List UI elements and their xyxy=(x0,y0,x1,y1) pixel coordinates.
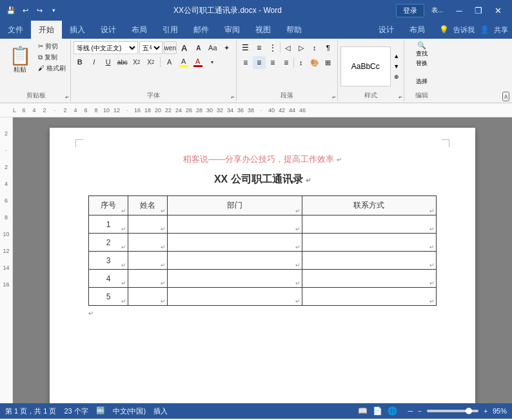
bullets-btn[interactable]: ☰ xyxy=(239,41,252,54)
lightbulb-icon[interactable]: 💡 xyxy=(437,21,451,39)
cell-3-3[interactable]: ↵ xyxy=(302,270,436,288)
close-btn[interactable]: ✕ xyxy=(489,1,507,19)
cell-3-0[interactable]: 4↵ xyxy=(89,270,128,288)
font-name-select[interactable]: 等线 (中文正文) xyxy=(74,41,138,54)
find-button[interactable]: 🔍 查找 xyxy=(407,41,437,59)
bold-button[interactable]: B xyxy=(74,55,86,68)
document-scroll[interactable]: 稻客说——分享办公技巧，提高工作效率 ↵ XX 公司职工通讯录 ↵ 序号 ↵ 姓… xyxy=(13,117,512,403)
cell-0-0[interactable]: 1↵ xyxy=(89,215,128,234)
tab-help[interactable]: 帮助 xyxy=(279,21,310,39)
format-painter-button[interactable]: 🖌 格式刷 xyxy=(36,63,68,74)
tab-table-design[interactable]: 设计 xyxy=(371,21,402,39)
minimize-btn[interactable]: ─ xyxy=(450,1,468,19)
cell-4-2[interactable]: ↵ xyxy=(168,288,302,306)
cell-4-1[interactable]: ↵ xyxy=(128,288,168,306)
tab-layout[interactable]: 布局 xyxy=(124,21,155,39)
styles-up-btn[interactable]: ▲ xyxy=(392,52,401,61)
restore-btn[interactable]: ❐ xyxy=(469,1,487,19)
shading-btn[interactable]: 🎨 xyxy=(308,56,321,69)
cell-2-0[interactable]: 3↵ xyxy=(89,252,128,270)
print-layout-btn[interactable]: 📄 xyxy=(373,406,382,415)
ribbon-toggle-btn[interactable]: 表... xyxy=(426,1,449,19)
cell-0-1[interactable]: ↵ xyxy=(128,215,168,234)
multilevel-list-btn[interactable]: ⋮ xyxy=(266,41,279,54)
styles-expand-icon[interactable]: ⌐ xyxy=(399,94,402,100)
cut-button[interactable]: ✂ 剪切 xyxy=(36,41,68,52)
cell-0-2[interactable]: ↵ xyxy=(168,215,302,234)
text-effects-btn[interactable]: A xyxy=(163,55,176,68)
clear-format-btn[interactable]: ✦ xyxy=(221,41,233,54)
zoom-in-btn[interactable]: + xyxy=(484,408,487,415)
undo-btn[interactable]: ↩ xyxy=(19,5,31,16)
copy-button[interactable]: ⧉ 复制 xyxy=(36,52,68,63)
font-color-btn[interactable]: A xyxy=(192,55,204,68)
tab-mailings[interactable]: 邮件 xyxy=(186,21,217,39)
tab-references[interactable]: 引用 xyxy=(155,21,186,39)
align-right-btn[interactable]: ≡ xyxy=(266,56,279,69)
cell-1-3[interactable]: ↵ xyxy=(302,234,436,252)
cell-4-3[interactable]: ↵ xyxy=(302,288,436,306)
title-bar: 💾 ↩ ↪ ▾ XX公司职工通讯录.docx - Word 登录 表... ─ … xyxy=(0,0,512,21)
save-quick-btn[interactable]: 💾 xyxy=(5,5,17,16)
change-case-btn[interactable]: Aa xyxy=(206,41,219,54)
font-color-dropdown[interactable]: ▾ xyxy=(206,55,219,68)
cell-2-2[interactable]: ↵ xyxy=(168,252,302,270)
web-layout-btn[interactable]: 🌐 xyxy=(388,406,397,415)
font-color-label: A xyxy=(193,57,202,67)
paste-button[interactable]: 📋 粘贴 xyxy=(5,41,35,80)
superscript-button[interactable]: X2 xyxy=(144,55,157,68)
cell-4-0[interactable]: 5↵ xyxy=(89,288,128,306)
cell-1-1[interactable]: ↵ xyxy=(128,234,168,252)
borders-btn[interactable]: ⊞ xyxy=(322,56,335,69)
numbering-btn[interactable]: ≡ xyxy=(253,41,266,54)
zoom-out-btn[interactable]: − xyxy=(418,408,422,415)
italic-button[interactable]: I xyxy=(88,55,101,68)
sort-btn[interactable]: ↕ xyxy=(308,41,321,54)
ribbon-collapse-btn[interactable]: ∧ xyxy=(502,92,509,101)
styles-expand-btn[interactable]: ⊕ xyxy=(392,72,401,81)
paragraph-expand-icon[interactable]: ⌐ xyxy=(333,94,336,100)
styles-down-btn[interactable]: ▼ xyxy=(392,62,401,71)
replace-button[interactable]: 替换 xyxy=(407,59,437,77)
show-marks-btn[interactable]: ¶ xyxy=(322,41,335,54)
font-expand-icon[interactable]: ⌐ xyxy=(231,94,235,100)
strikethrough-button[interactable]: abc xyxy=(116,55,129,68)
highlight-btn[interactable]: A xyxy=(177,55,190,68)
increase-indent-btn[interactable]: ▷ xyxy=(295,41,308,54)
styles-gallery[interactable]: AaBbCc xyxy=(340,46,391,86)
login-button[interactable]: 登录 xyxy=(396,4,424,17)
tab-review[interactable]: 审阅 xyxy=(217,21,248,39)
decrease-indent-btn[interactable]: ◁ xyxy=(281,41,294,54)
cell-0-3[interactable]: ↵ xyxy=(302,215,436,234)
font-size-small-btn[interactable]: A xyxy=(192,41,205,54)
line-spacing-btn[interactable]: ↕ xyxy=(295,56,308,69)
cell-1-0[interactable]: 2↵ xyxy=(89,234,128,252)
quick-access-dropdown[interactable]: ▾ xyxy=(48,5,59,16)
wen-format-btn[interactable]: wen xyxy=(164,41,177,54)
share-btn[interactable]: 👤 xyxy=(477,21,491,39)
tab-table-layout[interactable]: 布局 xyxy=(402,21,433,39)
underline-button[interactable]: U xyxy=(102,55,115,68)
redo-btn[interactable]: ↪ xyxy=(34,5,45,16)
subscript-button[interactable]: X2 xyxy=(130,55,143,68)
align-left-btn[interactable]: ≡ xyxy=(239,56,252,69)
zoom-slider[interactable] xyxy=(427,410,478,412)
font-size-select[interactable]: 五号 xyxy=(139,41,162,54)
font-size-big-btn[interactable]: A xyxy=(178,41,191,54)
align-center-btn[interactable]: ≡ xyxy=(253,56,266,69)
cell-3-1[interactable]: ↵ xyxy=(128,270,168,288)
read-mode-btn[interactable]: 📖 xyxy=(358,406,368,415)
tab-view[interactable]: 视图 xyxy=(248,21,279,39)
tab-home[interactable]: 开始 xyxy=(31,21,62,39)
cell-2-3[interactable]: ↵ xyxy=(302,252,436,270)
font-row-1: 等线 (中文正文) 五号 wen A A Aa ✦ xyxy=(74,41,233,54)
cell-2-1[interactable]: ↵ xyxy=(128,252,168,270)
window-controls: 登录 表... ─ ❐ ✕ xyxy=(396,1,507,19)
cell-3-2[interactable]: ↵ xyxy=(168,270,302,288)
tab-file[interactable]: 文件 xyxy=(0,21,31,39)
tab-design[interactable]: 设计 xyxy=(93,21,124,39)
clipboard-expand-icon[interactable]: ⌐ xyxy=(66,94,69,100)
cell-1-2[interactable]: ↵ xyxy=(168,234,302,252)
justify-btn[interactable]: ≡ xyxy=(280,56,293,69)
tab-insert[interactable]: 插入 xyxy=(62,21,93,39)
